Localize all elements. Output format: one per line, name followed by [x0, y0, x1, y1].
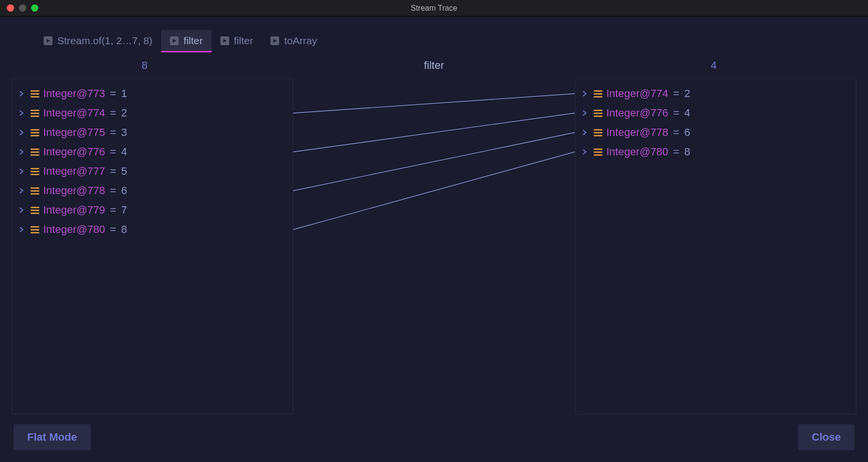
- chevron-right-icon: [19, 207, 27, 214]
- window-title: Stream Trace: [0, 4, 868, 13]
- chevron-right-icon: [19, 187, 27, 194]
- object-name: Integer@775: [43, 126, 105, 139]
- input-count: 8: [12, 59, 293, 72]
- svg-marker-0: [47, 39, 50, 43]
- connector-lines: [293, 79, 575, 414]
- stream-trace-window: Stream Trace Stream.of(1, 2…7, 8)filterf…: [0, 0, 868, 462]
- tab-label: toArray: [284, 35, 317, 47]
- chevron-right-icon: [582, 148, 590, 155]
- object-value: 2: [684, 87, 690, 100]
- tab-2[interactable]: filter: [212, 30, 262, 51]
- play-icon: [44, 36, 52, 45]
- output-count: 4: [575, 59, 856, 72]
- output-item[interactable]: Integer@774=2: [575, 84, 856, 103]
- svg-marker-1: [173, 39, 176, 43]
- dialog-footer: Flat Mode Close: [0, 414, 868, 462]
- column-headers: 8 filter 4: [12, 59, 856, 72]
- object-icon: [31, 226, 39, 233]
- object-name: Integer@780: [43, 223, 105, 236]
- equals-sign: =: [109, 87, 117, 100]
- object-name: Integer@778: [606, 126, 668, 139]
- equals-sign: =: [109, 146, 117, 158]
- svg-line-6: [293, 132, 575, 191]
- chevron-right-icon: [19, 148, 27, 155]
- object-value: 8: [121, 223, 127, 236]
- object-icon: [594, 110, 602, 117]
- object-icon: [31, 187, 39, 195]
- play-icon: [270, 36, 279, 45]
- minimize-window-icon[interactable]: [19, 4, 26, 12]
- object-icon: [31, 129, 39, 136]
- object-name: Integer@773: [43, 87, 105, 100]
- trace-content: Integer@773=1Integer@774=2Integer@775=3I…: [12, 79, 856, 414]
- object-name: Integer@776: [606, 107, 668, 119]
- object-icon: [594, 129, 602, 136]
- input-panel: Integer@773=1Integer@774=2Integer@775=3I…: [12, 79, 293, 414]
- zoom-window-icon[interactable]: [31, 4, 38, 12]
- object-name: Integer@774: [43, 107, 105, 119]
- operation-name: filter: [293, 59, 575, 72]
- svg-marker-3: [273, 39, 277, 43]
- play-icon: [220, 36, 229, 45]
- object-icon: [31, 207, 39, 214]
- input-item[interactable]: Integer@779=7: [12, 200, 293, 220]
- input-item[interactable]: Integer@776=4: [12, 142, 293, 162]
- equals-sign: =: [109, 184, 117, 197]
- equals-sign: =: [109, 107, 117, 119]
- object-name: Integer@774: [606, 87, 668, 100]
- output-item[interactable]: Integer@778=6: [575, 123, 856, 142]
- close-button[interactable]: Close: [798, 424, 854, 450]
- chevron-right-icon: [19, 129, 27, 136]
- object-icon: [31, 148, 39, 156]
- tab-1[interactable]: filter: [161, 30, 212, 51]
- object-icon: [594, 90, 602, 98]
- output-item[interactable]: Integer@780=8: [575, 142, 856, 162]
- object-value: 6: [121, 184, 127, 197]
- object-value: 3: [121, 126, 127, 139]
- input-item[interactable]: Integer@778=6: [12, 181, 293, 200]
- object-value: 7: [121, 204, 127, 216]
- input-item[interactable]: Integer@780=8: [12, 220, 293, 239]
- svg-line-5: [293, 113, 575, 152]
- chevron-right-icon: [582, 90, 590, 97]
- object-icon: [31, 110, 39, 117]
- input-item[interactable]: Integer@773=1: [12, 84, 293, 103]
- object-value: 1: [121, 87, 127, 100]
- tab-3[interactable]: toArray: [262, 30, 326, 51]
- tab-label: filter: [184, 35, 203, 47]
- pipeline-tabs: Stream.of(1, 2…7, 8)filterfiltertoArray: [0, 16, 868, 51]
- object-value: 4: [684, 107, 690, 119]
- object-value: 6: [684, 126, 690, 139]
- trace-body: 8 filter 4 Integer@773=1Integer@774=2Int…: [0, 51, 868, 414]
- traffic-lights: [0, 4, 38, 12]
- input-item[interactable]: Integer@775=3: [12, 123, 293, 142]
- object-name: Integer@777: [43, 165, 105, 178]
- object-icon: [31, 168, 39, 175]
- chevron-right-icon: [19, 226, 27, 233]
- object-name: Integer@778: [43, 184, 105, 197]
- svg-line-4: [293, 94, 575, 113]
- object-value: 8: [684, 146, 690, 158]
- input-item[interactable]: Integer@777=5: [12, 162, 293, 181]
- close-window-icon[interactable]: [7, 4, 14, 12]
- play-icon: [170, 36, 179, 45]
- chevron-right-icon: [19, 110, 27, 116]
- output-item[interactable]: Integer@776=4: [575, 103, 856, 123]
- tab-label: filter: [234, 35, 253, 47]
- equals-sign: =: [672, 126, 681, 139]
- equals-sign: =: [672, 107, 681, 119]
- object-name: Integer@776: [43, 146, 105, 158]
- object-icon: [31, 90, 39, 98]
- object-value: 2: [121, 107, 127, 119]
- chevron-right-icon: [19, 168, 27, 175]
- tab-0[interactable]: Stream.of(1, 2…7, 8): [35, 30, 161, 51]
- input-item[interactable]: Integer@774=2: [12, 103, 293, 123]
- object-value: 4: [121, 146, 127, 158]
- chevron-right-icon: [582, 129, 590, 136]
- flat-mode-button[interactable]: Flat Mode: [14, 424, 91, 450]
- tab-label: Stream.of(1, 2…7, 8): [57, 35, 152, 47]
- object-name: Integer@779: [43, 204, 105, 216]
- svg-line-7: [293, 152, 575, 230]
- equals-sign: =: [672, 146, 681, 158]
- equals-sign: =: [109, 126, 117, 139]
